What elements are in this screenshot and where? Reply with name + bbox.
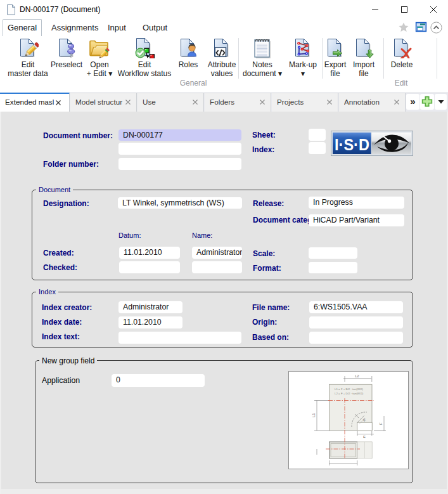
svg-text:L2 = F + D/2 · tan(W/2): L2 = F + D/2 · tan(W/2) [335,392,364,395]
svg-text:L1: L1 [312,413,316,417]
svg-text:F: F [379,422,383,425]
svg-text:L2: L2 [355,374,359,378]
svg-text:L1 = F + B/2 · tan(W/2): L1 = F + B/2 · tan(W/2) [335,387,363,391]
svg-text:I·S·D: I·S·D [335,135,369,154]
svg-text:E: E [363,435,366,439]
